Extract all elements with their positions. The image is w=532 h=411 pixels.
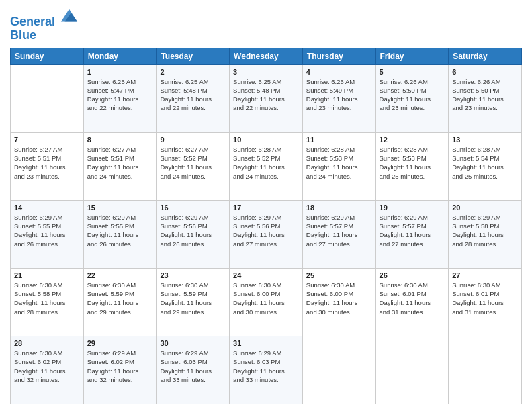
calendar-cell: 26Sunrise: 6:30 AM Sunset: 6:01 PM Dayli… — [375, 268, 449, 336]
day-info: Sunrise: 6:29 AM Sunset: 5:56 PM Dayligh… — [160, 213, 226, 248]
week-row-4: 21Sunrise: 6:30 AM Sunset: 5:58 PM Dayli… — [11, 268, 522, 336]
day-info: Sunrise: 6:28 AM Sunset: 5:53 PM Dayligh… — [306, 145, 372, 181]
calendar-cell: 20Sunrise: 6:29 AM Sunset: 5:58 PM Dayli… — [449, 200, 522, 268]
calendar-cell: 23Sunrise: 6:30 AM Sunset: 5:59 PM Dayli… — [157, 268, 230, 336]
day-info: Sunrise: 6:29 AM Sunset: 5:55 PM Dayligh… — [87, 213, 153, 248]
day-info: Sunrise: 6:26 AM Sunset: 5:50 PM Dayligh… — [452, 77, 518, 113]
calendar-cell — [449, 336, 522, 404]
week-row-2: 7Sunrise: 6:27 AM Sunset: 5:51 PM Daylig… — [11, 132, 522, 200]
day-number: 5 — [380, 68, 445, 76]
day-number: 14 — [14, 203, 80, 212]
week-row-1: 1Sunrise: 6:25 AM Sunset: 5:47 PM Daylig… — [11, 64, 522, 132]
day-number: 19 — [380, 203, 445, 212]
day-info: Sunrise: 6:30 AM Sunset: 5:58 PM Dayligh… — [14, 281, 80, 316]
logo-general: General — [10, 15, 55, 28]
calendar-cell: 5Sunrise: 6:26 AM Sunset: 5:50 PM Daylig… — [375, 64, 449, 132]
day-number: 8 — [87, 136, 153, 144]
header: General Blue — [10, 7, 522, 42]
calendar-cell: 1Sunrise: 6:25 AM Sunset: 5:47 PM Daylig… — [83, 64, 157, 132]
weekday-header-monday: Monday — [83, 48, 157, 64]
day-number: 21 — [14, 271, 80, 279]
calendar-cell — [302, 336, 375, 404]
day-info: Sunrise: 6:28 AM Sunset: 5:52 PM Dayligh… — [233, 145, 299, 181]
day-info: Sunrise: 6:29 AM Sunset: 5:55 PM Dayligh… — [14, 213, 80, 248]
calendar-cell: 28Sunrise: 6:30 AM Sunset: 6:02 PM Dayli… — [11, 336, 84, 404]
day-info: Sunrise: 6:29 AM Sunset: 6:02 PM Dayligh… — [87, 349, 153, 384]
weekday-header-saturday: Saturday — [449, 48, 522, 64]
weekday-header-row: SundayMondayTuesdayWednesdayThursdayFrid… — [11, 48, 522, 64]
calendar-cell: 11Sunrise: 6:28 AM Sunset: 5:53 PM Dayli… — [302, 132, 375, 200]
calendar-cell: 30Sunrise: 6:29 AM Sunset: 6:03 PM Dayli… — [157, 336, 230, 404]
day-number: 20 — [452, 203, 518, 212]
day-info: Sunrise: 6:27 AM Sunset: 5:51 PM Dayligh… — [87, 145, 153, 181]
day-info: Sunrise: 6:29 AM Sunset: 5:57 PM Dayligh… — [380, 213, 445, 248]
calendar-cell: 21Sunrise: 6:30 AM Sunset: 5:58 PM Dayli… — [11, 268, 84, 336]
calendar-cell: 13Sunrise: 6:28 AM Sunset: 5:54 PM Dayli… — [449, 132, 522, 200]
day-number: 15 — [87, 203, 153, 212]
calendar-cell: 25Sunrise: 6:30 AM Sunset: 6:00 PM Dayli… — [302, 268, 375, 336]
calendar-cell: 18Sunrise: 6:29 AM Sunset: 5:57 PM Dayli… — [302, 200, 375, 268]
day-info: Sunrise: 6:29 AM Sunset: 6:03 PM Dayligh… — [160, 349, 226, 384]
weekday-header-wednesday: Wednesday — [230, 48, 303, 64]
day-number: 4 — [306, 68, 372, 76]
day-info: Sunrise: 6:30 AM Sunset: 6:01 PM Dayligh… — [380, 281, 445, 316]
day-info: Sunrise: 6:29 AM Sunset: 6:03 PM Dayligh… — [233, 349, 299, 384]
day-info: Sunrise: 6:30 AM Sunset: 6:01 PM Dayligh… — [452, 281, 518, 316]
day-info: Sunrise: 6:25 AM Sunset: 5:47 PM Dayligh… — [87, 77, 153, 113]
weekday-header-thursday: Thursday — [302, 48, 375, 64]
day-info: Sunrise: 6:30 AM Sunset: 6:00 PM Dayligh… — [233, 281, 299, 316]
day-number: 3 — [233, 68, 299, 76]
logo-blue: Blue — [10, 29, 79, 42]
calendar-cell: 8Sunrise: 6:27 AM Sunset: 5:51 PM Daylig… — [83, 132, 157, 200]
calendar-cell — [11, 64, 84, 132]
calendar-cell: 17Sunrise: 6:29 AM Sunset: 5:56 PM Dayli… — [230, 200, 303, 268]
calendar-cell: 24Sunrise: 6:30 AM Sunset: 6:00 PM Dayli… — [230, 268, 303, 336]
page: General Blue SundayMondayTuesdayWednesda… — [0, 0, 532, 411]
day-number: 24 — [233, 271, 299, 279]
day-number: 12 — [380, 136, 445, 144]
day-number: 6 — [452, 68, 518, 76]
calendar-cell: 6Sunrise: 6:26 AM Sunset: 5:50 PM Daylig… — [449, 64, 522, 132]
logo-icon — [60, 7, 79, 26]
calendar-cell: 12Sunrise: 6:28 AM Sunset: 5:53 PM Dayli… — [375, 132, 449, 200]
day-info: Sunrise: 6:28 AM Sunset: 5:53 PM Dayligh… — [380, 145, 445, 181]
weekday-header-tuesday: Tuesday — [157, 48, 230, 64]
calendar-table: SundayMondayTuesdayWednesdayThursdayFrid… — [10, 48, 522, 404]
calendar-cell: 16Sunrise: 6:29 AM Sunset: 5:56 PM Dayli… — [157, 200, 230, 268]
day-info: Sunrise: 6:26 AM Sunset: 5:50 PM Dayligh… — [380, 77, 445, 113]
day-number: 28 — [14, 339, 80, 347]
calendar-cell: 10Sunrise: 6:28 AM Sunset: 5:52 PM Dayli… — [230, 132, 303, 200]
day-info: Sunrise: 6:29 AM Sunset: 5:58 PM Dayligh… — [452, 213, 518, 248]
day-info: Sunrise: 6:28 AM Sunset: 5:54 PM Dayligh… — [452, 145, 518, 181]
weekday-header-friday: Friday — [375, 48, 449, 64]
calendar-cell: 27Sunrise: 6:30 AM Sunset: 6:01 PM Dayli… — [449, 268, 522, 336]
logo-text: General — [10, 7, 79, 29]
day-number: 13 — [452, 136, 518, 144]
calendar-cell: 19Sunrise: 6:29 AM Sunset: 5:57 PM Dayli… — [375, 200, 449, 268]
day-number: 9 — [160, 136, 226, 144]
calendar-cell: 9Sunrise: 6:27 AM Sunset: 5:52 PM Daylig… — [157, 132, 230, 200]
calendar-cell — [375, 336, 449, 404]
day-number: 10 — [233, 136, 299, 144]
calendar-cell: 31Sunrise: 6:29 AM Sunset: 6:03 PM Dayli… — [230, 336, 303, 404]
day-info: Sunrise: 6:30 AM Sunset: 5:59 PM Dayligh… — [160, 281, 226, 316]
day-number: 16 — [160, 203, 226, 212]
day-number: 17 — [233, 203, 299, 212]
calendar-cell: 2Sunrise: 6:25 AM Sunset: 5:48 PM Daylig… — [157, 64, 230, 132]
day-info: Sunrise: 6:30 AM Sunset: 6:02 PM Dayligh… — [14, 349, 80, 384]
day-info: Sunrise: 6:25 AM Sunset: 5:48 PM Dayligh… — [160, 77, 226, 113]
day-number: 29 — [87, 339, 153, 347]
day-number: 23 — [160, 271, 226, 279]
day-number: 11 — [306, 136, 372, 144]
calendar-cell: 14Sunrise: 6:29 AM Sunset: 5:55 PM Dayli… — [11, 200, 84, 268]
day-number: 18 — [306, 203, 372, 212]
logo: General Blue — [10, 7, 79, 42]
calendar-cell: 29Sunrise: 6:29 AM Sunset: 6:02 PM Dayli… — [83, 336, 157, 404]
calendar-cell: 4Sunrise: 6:26 AM Sunset: 5:49 PM Daylig… — [302, 64, 375, 132]
day-number: 22 — [87, 271, 153, 279]
day-info: Sunrise: 6:27 AM Sunset: 5:52 PM Dayligh… — [160, 145, 226, 181]
day-info: Sunrise: 6:30 AM Sunset: 5:59 PM Dayligh… — [87, 281, 153, 316]
day-info: Sunrise: 6:29 AM Sunset: 5:57 PM Dayligh… — [306, 213, 372, 248]
week-row-5: 28Sunrise: 6:30 AM Sunset: 6:02 PM Dayli… — [11, 336, 522, 404]
calendar-cell: 7Sunrise: 6:27 AM Sunset: 5:51 PM Daylig… — [11, 132, 84, 200]
